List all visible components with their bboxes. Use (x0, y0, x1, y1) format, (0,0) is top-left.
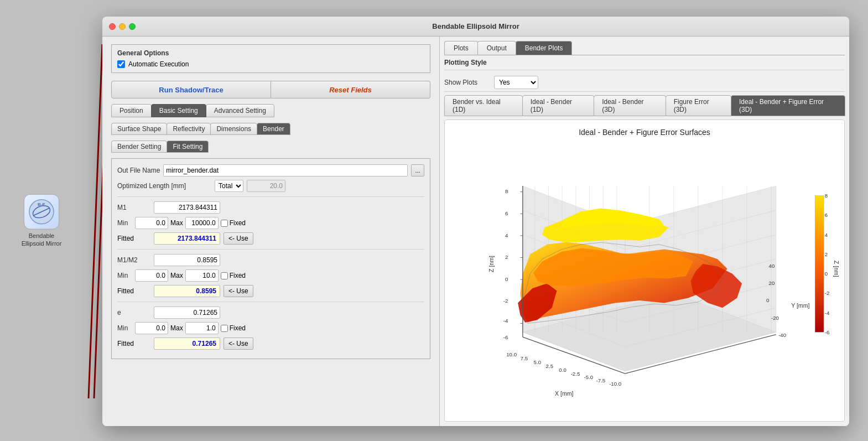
close-button[interactable] (109, 23, 116, 30)
svg-text:2: 2 (825, 251, 828, 257)
app-icon-container[interactable]: B-E Bendable Ellipsoid Mirror (17, 194, 66, 247)
m1-min-input[interactable] (135, 217, 168, 229)
svg-text:-4: -4 (825, 310, 830, 316)
window-title: Bendable Ellipsoid Mirror (432, 22, 519, 30)
show-plots-row: Show Plots Yes No (444, 74, 845, 92)
inner-tab-set: Surface Shape Reflectivity Dimensions Be… (111, 123, 430, 135)
svg-text:0: 0 (825, 271, 828, 277)
auto-exec-checkbox[interactable] (117, 60, 125, 68)
subplot-tab-bar: Bender vs. Ideal (1D) Ideal - Bender (1D… (444, 95, 845, 116)
traffic-lights (109, 23, 136, 30)
e-label: e (117, 309, 150, 317)
svg-text:Y [mm]: Y [mm] (791, 302, 809, 309)
divider-1 (117, 196, 424, 197)
svg-text:7.5: 7.5 (521, 355, 528, 361)
m1-fitted-label: Fitted (117, 235, 150, 242)
m1-use-button[interactable]: <- Use (224, 232, 253, 245)
e-fitted-row: Fitted 0.71265 <- Use (117, 338, 424, 350)
left-panel: General Options Automatic Execution Run … (102, 37, 440, 426)
e-min-label: Min (117, 324, 133, 332)
right-panel: Plots Output Bender Plots Plotting Style… (440, 37, 849, 426)
svg-text:8: 8 (505, 188, 508, 194)
reset-button[interactable]: Reset Fields (271, 81, 430, 98)
svg-text:X [mm]: X [mm] (555, 390, 573, 397)
tab-basic-setting[interactable]: Basic Setting (151, 104, 206, 117)
out-file-input[interactable] (163, 164, 408, 177)
subplot-tab-ideal-bender-3d[interactable]: Ideal - Bender (3D) (594, 95, 666, 116)
m1-fixed-checkbox[interactable] (221, 220, 228, 227)
browse-button[interactable]: ... (411, 164, 424, 177)
tab-bender-setting[interactable]: Bender Setting (111, 141, 167, 153)
out-file-row: Out File Name ... (117, 164, 424, 177)
title-bar: Bendable Ellipsoid Mirror (102, 17, 849, 37)
svg-text:6: 6 (825, 212, 828, 218)
desktop: B-E Bendable Ellipsoid Mirror Bendable E… (0, 0, 868, 441)
opt-length-value[interactable] (247, 180, 285, 192)
m1m2-use-button[interactable]: <- Use (224, 285, 253, 297)
m1m2-max-input[interactable] (185, 269, 219, 282)
svg-line-0 (89, 44, 102, 398)
m1m2-max-label: Max (170, 272, 183, 279)
m1-max-input[interactable] (185, 217, 219, 229)
tab-plots[interactable]: Plots (444, 41, 478, 55)
svg-text:5.0: 5.0 (534, 359, 541, 365)
tab-advanced-setting[interactable]: Advanced Setting (206, 104, 274, 117)
svg-text:-20: -20 (771, 315, 779, 321)
tab-surface-shape[interactable]: Surface Shape (111, 123, 167, 135)
plot-area: Ideal - Bender + Figure Error Surfaces (444, 120, 845, 422)
m1m2-min-label: Min (117, 272, 133, 279)
svg-text:10.0: 10.0 (506, 351, 517, 357)
tab-output[interactable]: Output (477, 41, 516, 55)
sidebar-icon-area: B-E Bendable Ellipsoid Mirror (17, 194, 66, 247)
e-max-input[interactable] (185, 322, 219, 334)
e-use-button[interactable]: <- Use (224, 338, 253, 350)
m1m2-input[interactable] (154, 254, 220, 266)
svg-text:Z [nm]: Z [nm] (488, 256, 495, 272)
m1m2-fixed-label: Fixed (230, 272, 246, 279)
e-fixed-checkbox[interactable] (221, 325, 228, 332)
app-icon: B-E (24, 194, 59, 229)
svg-text:-2.5: -2.5 (571, 371, 580, 377)
maximize-button[interactable] (129, 23, 136, 30)
minimize-button[interactable] (119, 23, 126, 30)
m1m2-fixed-checkbox[interactable] (221, 272, 228, 279)
m1m2-min-input[interactable] (135, 269, 168, 282)
svg-text:Z [nm]: Z [nm] (833, 261, 840, 277)
svg-text:-40: -40 (778, 332, 786, 338)
e-fixed-checkbox-row: Fixed (221, 324, 246, 332)
tab-bender[interactable]: Bender (257, 123, 290, 135)
app-icon-svg: B-E (28, 198, 55, 225)
content-area: General Options Automatic Execution Run … (102, 37, 849, 426)
svg-text:40: 40 (769, 263, 775, 269)
svg-text:-7.5: -7.5 (596, 377, 605, 383)
auto-exec-row: Automatic Execution (117, 60, 424, 68)
svg-text:0.0: 0.0 (559, 367, 566, 373)
subplot-tab-ideal-bender-1d[interactable]: Ideal - Bender (1D) (522, 95, 595, 116)
tab-position[interactable]: Position (111, 104, 152, 117)
svg-text:20: 20 (769, 280, 775, 286)
svg-text:-2: -2 (825, 290, 830, 296)
tab-reflectivity[interactable]: Reflectivity (167, 123, 211, 135)
tab-fit-setting[interactable]: Fit Setting (167, 141, 209, 153)
opt-length-dropdown[interactable]: Total (215, 180, 243, 192)
svg-text:6: 6 (505, 210, 508, 216)
main-window: Bendable Ellipsoid Mirror General Option… (102, 17, 849, 426)
e-minmax-row: Min Max Fixed (117, 322, 424, 334)
e-input[interactable] (154, 307, 220, 319)
opt-length-label: Optimized Length [mm] (117, 182, 211, 190)
plotting-style-label: Plotting Style (444, 59, 487, 66)
svg-text:0: 0 (766, 297, 769, 303)
show-plots-dropdown[interactable]: Yes No (494, 76, 538, 89)
run-button[interactable]: Run Shadow/Trace (111, 81, 271, 98)
m1-fitted-row: Fitted 2173.844311 <- Use (117, 232, 424, 245)
plot-title: Ideal - Bender + Figure Error Surfaces (579, 128, 710, 137)
m1m2-fitted-value: 0.8595 (154, 285, 220, 297)
general-options-box: General Options Automatic Execution (111, 44, 430, 73)
subplot-tab-figure-error-3d[interactable]: Figure Error (3D) (666, 95, 731, 116)
subplot-tab-ideal-bender-figure-error-3d[interactable]: Ideal - Bender + Figure Error (3D) (731, 95, 845, 116)
e-min-input[interactable] (135, 322, 168, 334)
m1-input[interactable] (154, 201, 220, 214)
tab-bender-plots[interactable]: Bender Plots (516, 41, 573, 55)
subplot-tab-bender-vs-ideal-1d[interactable]: Bender vs. Ideal (1D) (444, 95, 523, 116)
tab-dimensions[interactable]: Dimensions (210, 123, 257, 135)
